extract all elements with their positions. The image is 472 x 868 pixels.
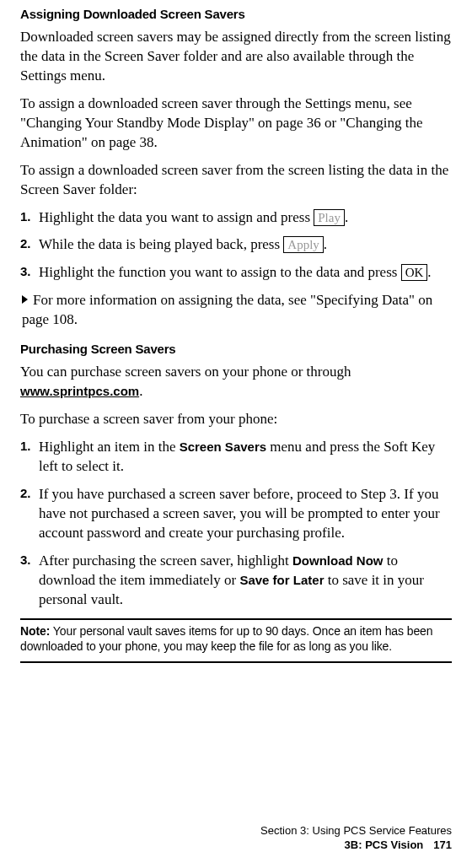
- step-body: After purchasing the screen saver, highl…: [39, 552, 452, 610]
- step-number: 3.: [20, 263, 37, 283]
- text-pre: You can purchase screen savers on your p…: [20, 364, 351, 380]
- para-intro-3: To assign a downloaded screen saver from…: [20, 161, 452, 200]
- play-key: Play: [314, 209, 345, 226]
- bold-screen-savers: Screen Savers: [180, 439, 266, 454]
- para-purchase-2: To purchase a screen saver from your pho…: [20, 410, 452, 429]
- step-body: While the data is being played back, pre…: [39, 235, 452, 255]
- buy-step-1: 1. Highlight an item in the Screen Saver…: [20, 438, 452, 477]
- step-body: Highlight the data you want to assign an…: [39, 208, 452, 228]
- step-text-pre: Highlight the data you want to assign an…: [39, 209, 314, 225]
- buy-step-3: 3. After purchasing the screen saver, hi…: [20, 552, 452, 610]
- bold-save-for-later: Save for Later: [239, 573, 324, 587]
- bullet-text: For more information on assigning the da…: [22, 292, 432, 327]
- para-intro-1: Downloaded screen savers may be assigned…: [20, 28, 452, 86]
- step-text-post: .: [324, 236, 327, 252]
- heading-purchasing: Purchasing Screen Savers: [20, 342, 452, 356]
- step-number: 2.: [20, 485, 37, 543]
- text-pre: Highlight an item in the: [39, 439, 180, 455]
- heading-assigning: Assigning Downloaded Screen Savers: [20, 7, 452, 21]
- text-post: .: [139, 383, 142, 399]
- step-number: 2.: [20, 235, 37, 255]
- step-2: 2. While the data is being played back, …: [20, 235, 452, 255]
- text-pre: After purchasing the screen saver, highl…: [39, 553, 292, 569]
- apply-key: Apply: [283, 236, 324, 253]
- step-text-pre: Highlight the function you want to assig…: [39, 264, 401, 280]
- step-number: 1.: [20, 208, 37, 228]
- step-text-post: .: [427, 264, 431, 280]
- step-1: 1. Highlight the data you want to assign…: [20, 208, 452, 228]
- step-body: Highlight an item in the Screen Savers m…: [39, 438, 452, 477]
- note-label: Note:: [20, 624, 50, 638]
- note-rule-bottom: [20, 661, 452, 663]
- triangle-icon: [22, 295, 28, 304]
- buy-step-2: 2. If you have purchased a screen saver …: [20, 485, 452, 543]
- footer-subsection: 3B: PCS Vision: [345, 838, 424, 851]
- step-text-pre: While the data is being played back, pre…: [39, 236, 283, 252]
- note-text: Your personal vault saves items for up t…: [20, 624, 432, 654]
- step-number: 3.: [20, 552, 37, 610]
- ok-key: OK: [401, 264, 428, 281]
- step-body: If you have purchased a screen saver bef…: [39, 485, 452, 543]
- footer-section-line: Section 3: Using PCS Service Features: [260, 823, 452, 838]
- footer-page-number: 171: [433, 838, 452, 851]
- step-body: Highlight the function you want to assig…: [39, 263, 452, 283]
- page-footer: Section 3: Using PCS Service Features 3B…: [260, 823, 452, 853]
- note-rule-top: [20, 618, 452, 620]
- url-sprintpcs: www.sprintpcs.com: [20, 384, 139, 398]
- info-bullet: For more information on assigning the da…: [20, 291, 452, 330]
- note-block: Note: Your personal vault saves items fo…: [20, 623, 452, 655]
- bold-download-now: Download Now: [292, 553, 384, 568]
- step-number: 1.: [20, 438, 37, 477]
- para-intro-2: To assign a downloaded screen saver thro…: [20, 94, 452, 153]
- para-purchase-1: You can purchase screen savers on your p…: [20, 363, 452, 402]
- step-text-post: .: [345, 209, 348, 225]
- step-3: 3. Highlight the function you want to as…: [20, 263, 452, 283]
